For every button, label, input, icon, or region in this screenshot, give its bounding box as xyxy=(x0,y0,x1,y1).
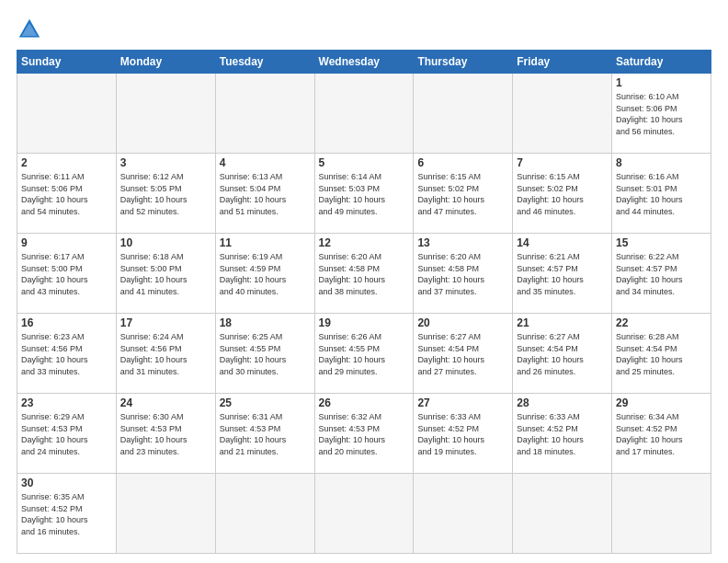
calendar-cell: 30Sunrise: 6:35 AM Sunset: 4:52 PM Dayli… xyxy=(17,474,117,554)
weekday-header-saturday: Saturday xyxy=(612,51,711,74)
day-number: 17 xyxy=(120,316,211,329)
weekday-header-wednesday: Wednesday xyxy=(314,51,414,74)
day-info: Sunrise: 6:15 AM Sunset: 5:02 PM Dayligh… xyxy=(517,171,608,217)
week-row-1: 2Sunrise: 6:11 AM Sunset: 5:06 PM Daylig… xyxy=(17,154,711,234)
weekday-header-sunday: Sunday xyxy=(17,51,117,74)
logo xyxy=(17,17,48,42)
day-info: Sunrise: 6:24 AM Sunset: 4:56 PM Dayligh… xyxy=(120,331,211,377)
calendar-cell: 19Sunrise: 6:26 AM Sunset: 4:55 PM Dayli… xyxy=(314,314,414,394)
calendar-cell: 15Sunrise: 6:22 AM Sunset: 4:57 PM Dayli… xyxy=(612,234,711,314)
day-number: 24 xyxy=(120,396,211,409)
day-number: 20 xyxy=(417,316,508,329)
calendar-cell xyxy=(513,74,612,154)
day-number: 3 xyxy=(120,156,211,169)
day-number: 8 xyxy=(616,156,707,169)
day-number: 21 xyxy=(517,316,608,329)
calendar-cell xyxy=(414,474,513,554)
day-number: 15 xyxy=(616,236,707,249)
day-info: Sunrise: 6:34 AM Sunset: 4:52 PM Dayligh… xyxy=(616,411,707,457)
day-info: Sunrise: 6:20 AM Sunset: 4:58 PM Dayligh… xyxy=(319,251,410,297)
calendar-cell: 13Sunrise: 6:20 AM Sunset: 4:58 PM Dayli… xyxy=(414,234,513,314)
calendar-cell: 25Sunrise: 6:31 AM Sunset: 4:53 PM Dayli… xyxy=(215,394,314,474)
header xyxy=(17,17,711,42)
day-info: Sunrise: 6:20 AM Sunset: 4:58 PM Dayligh… xyxy=(417,251,508,297)
calendar-cell: 24Sunrise: 6:30 AM Sunset: 4:53 PM Dayli… xyxy=(116,394,215,474)
day-number: 27 xyxy=(417,396,508,409)
day-info: Sunrise: 6:21 AM Sunset: 4:57 PM Dayligh… xyxy=(517,251,608,297)
calendar-cell: 20Sunrise: 6:27 AM Sunset: 4:54 PM Dayli… xyxy=(414,314,513,394)
day-number: 14 xyxy=(517,236,608,249)
calendar-cell xyxy=(215,74,314,154)
calendar-cell: 8Sunrise: 6:16 AM Sunset: 5:01 PM Daylig… xyxy=(612,154,711,234)
day-info: Sunrise: 6:25 AM Sunset: 4:55 PM Dayligh… xyxy=(220,331,311,377)
day-info: Sunrise: 6:29 AM Sunset: 4:53 PM Dayligh… xyxy=(21,411,112,457)
calendar-cell: 4Sunrise: 6:13 AM Sunset: 5:04 PM Daylig… xyxy=(215,154,314,234)
logo-icon xyxy=(17,17,42,42)
week-row-4: 23Sunrise: 6:29 AM Sunset: 4:53 PM Dayli… xyxy=(17,394,711,474)
calendar-cell xyxy=(314,474,414,554)
calendar-cell: 3Sunrise: 6:12 AM Sunset: 5:05 PM Daylig… xyxy=(116,154,215,234)
calendar-cell: 2Sunrise: 6:11 AM Sunset: 5:06 PM Daylig… xyxy=(17,154,117,234)
weekday-header-tuesday: Tuesday xyxy=(215,51,314,74)
day-info: Sunrise: 6:30 AM Sunset: 4:53 PM Dayligh… xyxy=(120,411,211,457)
calendar-cell: 28Sunrise: 6:33 AM Sunset: 4:52 PM Dayli… xyxy=(513,394,612,474)
day-info: Sunrise: 6:19 AM Sunset: 4:59 PM Dayligh… xyxy=(220,251,311,297)
calendar-cell: 11Sunrise: 6:19 AM Sunset: 4:59 PM Dayli… xyxy=(215,234,314,314)
calendar-cell: 17Sunrise: 6:24 AM Sunset: 4:56 PM Dayli… xyxy=(116,314,215,394)
calendar-cell: 10Sunrise: 6:18 AM Sunset: 5:00 PM Dayli… xyxy=(116,234,215,314)
day-info: Sunrise: 6:26 AM Sunset: 4:55 PM Dayligh… xyxy=(319,331,410,377)
day-number: 13 xyxy=(417,236,508,249)
day-info: Sunrise: 6:33 AM Sunset: 4:52 PM Dayligh… xyxy=(517,411,608,457)
day-number: 1 xyxy=(616,76,707,89)
day-info: Sunrise: 6:10 AM Sunset: 5:06 PM Dayligh… xyxy=(616,91,707,137)
calendar-cell: 14Sunrise: 6:21 AM Sunset: 4:57 PM Dayli… xyxy=(513,234,612,314)
calendar-table: SundayMondayTuesdayWednesdayThursdayFrid… xyxy=(17,50,711,554)
calendar-cell: 5Sunrise: 6:14 AM Sunset: 5:03 PM Daylig… xyxy=(314,154,414,234)
calendar-cell xyxy=(116,74,215,154)
week-row-3: 16Sunrise: 6:23 AM Sunset: 4:56 PM Dayli… xyxy=(17,314,711,394)
day-info: Sunrise: 6:14 AM Sunset: 5:03 PM Dayligh… xyxy=(319,171,410,217)
day-number: 6 xyxy=(417,156,508,169)
calendar-cell: 27Sunrise: 6:33 AM Sunset: 4:52 PM Dayli… xyxy=(414,394,513,474)
day-number: 12 xyxy=(319,236,410,249)
calendar-cell xyxy=(414,74,513,154)
day-number: 29 xyxy=(616,396,707,409)
calendar-cell: 7Sunrise: 6:15 AM Sunset: 5:02 PM Daylig… xyxy=(513,154,612,234)
day-info: Sunrise: 6:27 AM Sunset: 4:54 PM Dayligh… xyxy=(517,331,608,377)
day-number: 11 xyxy=(220,236,311,249)
calendar-cell: 26Sunrise: 6:32 AM Sunset: 4:53 PM Dayli… xyxy=(314,394,414,474)
day-number: 23 xyxy=(21,396,112,409)
day-info: Sunrise: 6:31 AM Sunset: 4:53 PM Dayligh… xyxy=(220,411,311,457)
day-number: 5 xyxy=(319,156,410,169)
calendar-cell: 18Sunrise: 6:25 AM Sunset: 4:55 PM Dayli… xyxy=(215,314,314,394)
calendar-cell xyxy=(116,474,215,554)
weekday-header-monday: Monday xyxy=(116,51,215,74)
day-number: 30 xyxy=(21,477,112,489)
day-info: Sunrise: 6:32 AM Sunset: 4:53 PM Dayligh… xyxy=(319,411,410,457)
calendar-cell: 16Sunrise: 6:23 AM Sunset: 4:56 PM Dayli… xyxy=(17,314,117,394)
week-row-2: 9Sunrise: 6:17 AM Sunset: 5:00 PM Daylig… xyxy=(17,234,711,314)
day-info: Sunrise: 6:12 AM Sunset: 5:05 PM Dayligh… xyxy=(120,171,211,217)
weekday-header-row: SundayMondayTuesdayWednesdayThursdayFrid… xyxy=(17,51,711,74)
day-info: Sunrise: 6:16 AM Sunset: 5:01 PM Dayligh… xyxy=(616,171,707,217)
day-number: 18 xyxy=(220,316,311,329)
day-number: 7 xyxy=(517,156,608,169)
day-info: Sunrise: 6:35 AM Sunset: 4:52 PM Dayligh… xyxy=(21,491,112,537)
calendar-cell xyxy=(513,474,612,554)
weekday-header-thursday: Thursday xyxy=(414,51,513,74)
day-number: 28 xyxy=(517,396,608,409)
day-number: 26 xyxy=(319,396,410,409)
day-info: Sunrise: 6:27 AM Sunset: 4:54 PM Dayligh… xyxy=(417,331,508,377)
day-info: Sunrise: 6:15 AM Sunset: 5:02 PM Dayligh… xyxy=(417,171,508,217)
calendar-cell: 9Sunrise: 6:17 AM Sunset: 5:00 PM Daylig… xyxy=(17,234,117,314)
calendar-cell: 1Sunrise: 6:10 AM Sunset: 5:06 PM Daylig… xyxy=(612,74,711,154)
week-row-0: 1Sunrise: 6:10 AM Sunset: 5:06 PM Daylig… xyxy=(17,74,711,154)
day-number: 9 xyxy=(21,236,112,249)
day-info: Sunrise: 6:23 AM Sunset: 4:56 PM Dayligh… xyxy=(21,331,112,377)
day-number: 16 xyxy=(21,316,112,329)
calendar-cell: 12Sunrise: 6:20 AM Sunset: 4:58 PM Dayli… xyxy=(314,234,414,314)
day-info: Sunrise: 6:17 AM Sunset: 5:00 PM Dayligh… xyxy=(21,251,112,297)
weekday-header-friday: Friday xyxy=(513,51,612,74)
day-info: Sunrise: 6:28 AM Sunset: 4:54 PM Dayligh… xyxy=(616,331,707,377)
calendar-cell xyxy=(314,74,414,154)
